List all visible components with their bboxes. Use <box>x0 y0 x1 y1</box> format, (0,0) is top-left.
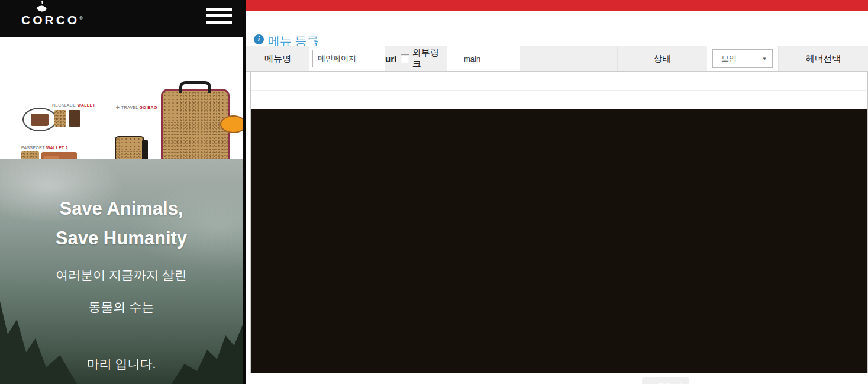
external-link-checkbox[interactable] <box>401 54 409 63</box>
url-cell: url 외부링크 <box>385 46 447 71</box>
code-area[interactable] <box>251 109 867 373</box>
registered-mark: ® <box>79 15 85 21</box>
top-red-bar <box>246 0 868 11</box>
toolbar-row-1 <box>251 72 867 91</box>
hamburger-menu-icon[interactable] <box>206 8 232 24</box>
header-select-label: 헤더선택 <box>778 46 868 71</box>
info-icon <box>254 34 264 44</box>
animal-counter <box>0 325 243 347</box>
hero-title: Save Animals, Save Humanity <box>0 194 243 253</box>
form-spacer-cell <box>520 46 617 71</box>
hero-subtitle-1: 여러분이 지금까지 살린 <box>0 267 243 283</box>
plane-icon: ✈ <box>116 105 120 110</box>
travel-go-bag-caption: ✈TRAVEL GO BAG <box>116 105 157 110</box>
cork-passport-wallet-image <box>21 151 39 159</box>
site-preview-panel: CORCO® NECKLACE WALLET PASSPORT WALLET 2… <box>0 0 243 384</box>
small-cork-bag-image <box>115 136 144 159</box>
backpack-badge <box>220 115 243 133</box>
chevron-down-icon: ▼ <box>762 56 767 62</box>
menu-form-row: 메뉴명 url 외부링크 상태 보임 ▼ 헤더선택 <box>246 46 868 72</box>
necklace-wallet-image <box>31 114 49 126</box>
hero-title-line2: Save Humanity <box>0 224 243 253</box>
backpack-handle <box>179 81 211 93</box>
admin-panel: 메뉴 등록 프로그램 연동 방법 메뉴명 url 외부링크 상태 보임 ▼ 헤더… <box>246 0 868 384</box>
menu-name-label: 메뉴명 <box>246 46 309 71</box>
status-select-value: 보임 <box>721 50 737 67</box>
hero-subtitle-3: 마리 입니다. <box>0 356 243 372</box>
necklace-wallet-caption: NECKLACE WALLET <box>52 103 95 107</box>
preview-header: CORCO® <box>0 0 243 37</box>
toolbar-row-2 <box>251 91 867 109</box>
corco-logo[interactable]: CORCO® <box>21 4 85 27</box>
status-select[interactable]: 보임 ▼ <box>712 49 773 68</box>
external-link-label: 외부링크 <box>412 47 447 70</box>
logo-text: CORCO® <box>21 13 85 27</box>
url-input[interactable] <box>459 50 508 67</box>
leaf-icon <box>36 3 47 14</box>
product-carousel: NECKLACE WALLET PASSPORT WALLET 2 ✈TRAVE… <box>0 37 243 159</box>
cork-backpack-image <box>161 89 230 159</box>
hero-subtitle-2: 동물의 수는 <box>0 299 243 315</box>
cork-wallet-image <box>54 110 66 127</box>
status-label: 상태 <box>617 46 707 71</box>
leather-passport-wallet-image <box>41 152 77 159</box>
html-source-editor <box>250 72 868 373</box>
menu-name-input[interactable] <box>312 50 382 67</box>
hero-title-line1: Save Animals, <box>0 194 243 224</box>
bag-strap <box>142 140 148 159</box>
page-header: 메뉴 등록 프로그램 연동 방법 <box>246 11 868 46</box>
save-button[interactable]: 저장하기 <box>642 377 689 384</box>
hero-section: Save Animals, Save Humanity 여러분이 지금까지 살린… <box>0 159 243 384</box>
passport-wallet-caption: PASSPORT WALLET 2 <box>21 146 68 150</box>
url-label: url <box>385 54 396 64</box>
brown-wallet-image <box>69 110 80 127</box>
